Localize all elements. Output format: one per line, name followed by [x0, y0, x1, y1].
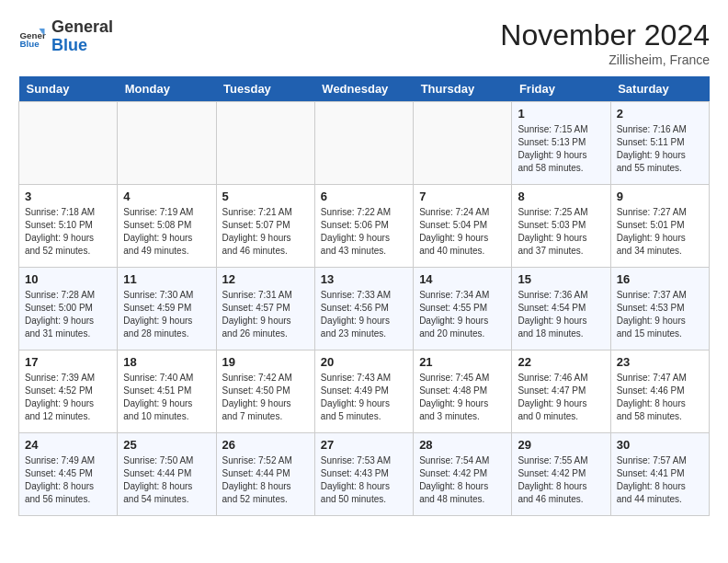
weekday-header-friday: Friday — [512, 76, 610, 102]
day-number: 15 — [518, 272, 604, 286]
calendar-table: SundayMondayTuesdayWednesdayThursdayFrid… — [18, 76, 710, 516]
day-number: 29 — [518, 438, 604, 452]
calendar-cell: 5Sunrise: 7:21 AMSunset: 5:07 PMDaylight… — [216, 185, 314, 268]
day-info: Sunrise: 7:53 AMSunset: 4:43 PMDaylight:… — [321, 454, 407, 506]
day-info: Sunrise: 7:36 AMSunset: 4:54 PMDaylight:… — [518, 289, 604, 340]
calendar-cell: 26Sunrise: 7:52 AMSunset: 4:44 PMDayligh… — [216, 433, 314, 516]
logo-general: General — [51, 17, 113, 36]
weekday-header-saturday: Saturday — [610, 76, 709, 102]
day-info: Sunrise: 7:50 AMSunset: 4:44 PMDaylight:… — [123, 454, 210, 506]
month-title: November 2024 — [500, 18, 710, 52]
calendar-cell: 16Sunrise: 7:37 AMSunset: 4:53 PMDayligh… — [610, 268, 709, 350]
day-info: Sunrise: 7:39 AMSunset: 4:52 PMDaylight:… — [25, 372, 111, 423]
day-number: 1 — [518, 107, 604, 121]
day-number: 14 — [419, 272, 506, 286]
title-area: November 2024 Zillisheim, France — [500, 18, 710, 67]
day-info: Sunrise: 7:40 AMSunset: 4:51 PMDaylight:… — [123, 372, 210, 423]
day-info: Sunrise: 7:55 AMSunset: 4:42 PMDaylight:… — [518, 454, 604, 506]
calendar-cell: 18Sunrise: 7:40 AMSunset: 4:51 PMDayligh… — [118, 350, 216, 433]
calendar-cell: 9Sunrise: 7:27 AMSunset: 5:01 PMDaylight… — [610, 185, 709, 268]
day-number: 9 — [617, 190, 703, 203]
day-info: Sunrise: 7:19 AMSunset: 5:08 PMDaylight:… — [123, 206, 210, 258]
calendar-cell: 27Sunrise: 7:53 AMSunset: 4:43 PMDayligh… — [314, 433, 413, 516]
calendar-cell: 21Sunrise: 7:45 AMSunset: 4:48 PMDayligh… — [414, 350, 512, 433]
day-info: Sunrise: 7:31 AMSunset: 4:57 PMDaylight:… — [222, 289, 309, 340]
calendar-cell: 2Sunrise: 7:16 AMSunset: 5:11 PMDaylight… — [610, 102, 709, 185]
calendar-cell — [118, 102, 216, 185]
calendar-week-2: 3Sunrise: 7:18 AMSunset: 5:10 PMDaylight… — [19, 185, 710, 268]
calendar-cell — [216, 102, 314, 185]
calendar-cell — [314, 102, 413, 185]
day-info: Sunrise: 7:25 AMSunset: 5:03 PMDaylight:… — [518, 206, 604, 258]
calendar-week-4: 17Sunrise: 7:39 AMSunset: 4:52 PMDayligh… — [19, 350, 710, 433]
calendar-cell: 11Sunrise: 7:30 AMSunset: 4:59 PMDayligh… — [118, 268, 216, 350]
logo-blue: Blue — [51, 36, 87, 54]
day-info: Sunrise: 7:46 AMSunset: 4:47 PMDaylight:… — [518, 372, 604, 423]
day-number: 27 — [321, 438, 407, 452]
calendar-cell: 6Sunrise: 7:22 AMSunset: 5:06 PMDaylight… — [314, 185, 413, 268]
day-number: 21 — [419, 355, 506, 369]
day-number: 20 — [321, 355, 407, 369]
calendar-cell: 13Sunrise: 7:33 AMSunset: 4:56 PMDayligh… — [314, 268, 413, 350]
logo: General Blue General Blue — [18, 18, 113, 55]
day-number: 18 — [123, 355, 210, 369]
calendar-week-5: 24Sunrise: 7:49 AMSunset: 4:45 PMDayligh… — [19, 433, 710, 516]
day-number: 10 — [25, 272, 111, 286]
day-info: Sunrise: 7:27 AMSunset: 5:01 PMDaylight:… — [617, 206, 703, 258]
day-info: Sunrise: 7:30 AMSunset: 4:59 PMDaylight:… — [123, 289, 210, 340]
day-number: 8 — [518, 190, 604, 203]
calendar-cell: 8Sunrise: 7:25 AMSunset: 5:03 PMDaylight… — [512, 185, 610, 268]
calendar-cell: 7Sunrise: 7:24 AMSunset: 5:04 PMDaylight… — [414, 185, 512, 268]
day-number: 4 — [123, 190, 210, 203]
day-info: Sunrise: 7:37 AMSunset: 4:53 PMDaylight:… — [617, 289, 703, 340]
day-number: 12 — [222, 272, 309, 286]
day-number: 22 — [518, 355, 604, 369]
calendar-cell — [414, 102, 512, 185]
day-info: Sunrise: 7:21 AMSunset: 5:07 PMDaylight:… — [222, 206, 309, 258]
day-info: Sunrise: 7:57 AMSunset: 4:41 PMDaylight:… — [617, 454, 703, 506]
calendar-cell: 19Sunrise: 7:42 AMSunset: 4:50 PMDayligh… — [216, 350, 314, 433]
calendar-cell: 12Sunrise: 7:31 AMSunset: 4:57 PMDayligh… — [216, 268, 314, 350]
day-info: Sunrise: 7:18 AMSunset: 5:10 PMDaylight:… — [25, 206, 111, 258]
day-info: Sunrise: 7:22 AMSunset: 5:06 PMDaylight:… — [321, 206, 407, 258]
weekday-header-tuesday: Tuesday — [216, 76, 314, 102]
day-number: 25 — [123, 438, 210, 452]
day-number: 7 — [419, 190, 506, 203]
calendar-cell: 29Sunrise: 7:55 AMSunset: 4:42 PMDayligh… — [512, 433, 610, 516]
day-number: 5 — [222, 190, 309, 203]
day-number: 13 — [321, 272, 407, 286]
day-info: Sunrise: 7:34 AMSunset: 4:55 PMDaylight:… — [419, 289, 506, 340]
day-number: 26 — [222, 438, 309, 452]
calendar-cell: 22Sunrise: 7:46 AMSunset: 4:47 PMDayligh… — [512, 350, 610, 433]
calendar-cell: 1Sunrise: 7:15 AMSunset: 5:13 PMDaylight… — [512, 102, 610, 185]
day-number: 2 — [617, 107, 703, 121]
weekday-header-sunday: Sunday — [19, 76, 118, 102]
calendar-cell: 10Sunrise: 7:28 AMSunset: 5:00 PMDayligh… — [19, 268, 118, 350]
day-number: 24 — [25, 438, 111, 452]
day-number: 30 — [617, 438, 703, 452]
day-info: Sunrise: 7:42 AMSunset: 4:50 PMDaylight:… — [222, 372, 309, 423]
day-info: Sunrise: 7:49 AMSunset: 4:45 PMDaylight:… — [25, 454, 111, 506]
location-title: Zillisheim, France — [500, 52, 710, 67]
day-info: Sunrise: 7:54 AMSunset: 4:42 PMDaylight:… — [419, 454, 506, 506]
calendar-cell: 25Sunrise: 7:50 AMSunset: 4:44 PMDayligh… — [118, 433, 216, 516]
calendar-cell: 3Sunrise: 7:18 AMSunset: 5:10 PMDaylight… — [19, 185, 118, 268]
day-number: 28 — [419, 438, 506, 452]
calendar-cell: 4Sunrise: 7:19 AMSunset: 5:08 PMDaylight… — [118, 185, 216, 268]
calendar-cell: 28Sunrise: 7:54 AMSunset: 4:42 PMDayligh… — [414, 433, 512, 516]
calendar-cell: 20Sunrise: 7:43 AMSunset: 4:49 PMDayligh… — [314, 350, 413, 433]
logo-icon: General Blue — [18, 23, 46, 51]
weekday-header-monday: Monday — [118, 76, 216, 102]
day-info: Sunrise: 7:33 AMSunset: 4:56 PMDaylight:… — [321, 289, 407, 340]
calendar-cell: 17Sunrise: 7:39 AMSunset: 4:52 PMDayligh… — [19, 350, 118, 433]
day-number: 3 — [25, 190, 111, 203]
calendar-cell — [19, 102, 118, 185]
day-info: Sunrise: 7:47 AMSunset: 4:46 PMDaylight:… — [617, 372, 703, 423]
day-number: 11 — [123, 272, 210, 286]
day-number: 17 — [25, 355, 111, 369]
day-number: 19 — [222, 355, 309, 369]
day-number: 6 — [321, 190, 407, 203]
day-info: Sunrise: 7:24 AMSunset: 5:04 PMDaylight:… — [419, 206, 506, 258]
svg-text:Blue: Blue — [20, 39, 40, 49]
day-info: Sunrise: 7:28 AMSunset: 5:00 PMDaylight:… — [25, 289, 111, 340]
